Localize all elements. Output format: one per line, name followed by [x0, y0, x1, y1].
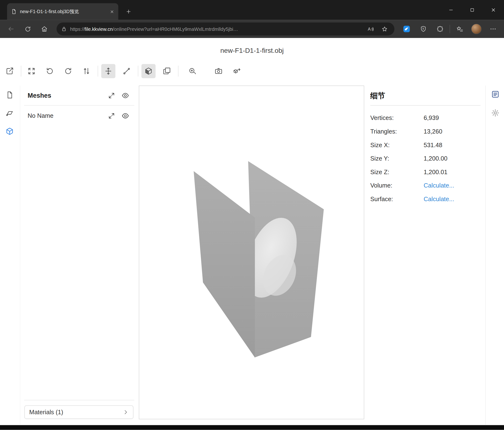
file-info-tab[interactable]	[3, 88, 17, 102]
details-rows: Vertices: 6,939 Triangles: 13,260 Size X…	[370, 106, 481, 206]
settings-gear-icon	[491, 109, 499, 117]
calculate-surface-link[interactable]: Calculate...	[423, 196, 480, 203]
rotate-right-button[interactable]	[61, 64, 75, 78]
address-bar[interactable]: https://file.kkview.cn/onlinePreview?url…	[57, 22, 395, 35]
url-text: https://file.kkview.cn/onlinePreview?url…	[70, 26, 362, 32]
back-icon	[7, 25, 15, 32]
details-label: Vertices:	[370, 115, 424, 122]
details-value: 6,939	[423, 115, 480, 122]
expand-icon	[108, 92, 115, 99]
details-row: Size Z: 1,200.01	[370, 165, 481, 179]
minimize-button[interactable]	[440, 0, 461, 20]
measure-line-icon	[122, 67, 131, 75]
export-model-icon	[233, 67, 241, 75]
viewer-settings-button[interactable]	[490, 108, 500, 118]
render-solid-icon	[144, 67, 153, 75]
preview-page: new-F1-D1-1-first.obj	[0, 38, 504, 425]
favorites-bar-button[interactable]	[452, 22, 467, 35]
back-button[interactable]	[4, 22, 18, 35]
maximize-button[interactable]	[461, 0, 483, 20]
details-panel: 细节 Vertices: 6,939 Triangles: 13,260 Siz…	[370, 85, 481, 206]
maximize-icon	[469, 7, 475, 13]
move-tool-button[interactable]	[101, 64, 115, 78]
details-value: 1,200.00	[423, 155, 480, 162]
screenshot-button[interactable]	[211, 64, 225, 78]
favorite-star-icon	[381, 26, 388, 32]
details-list-icon	[491, 90, 499, 98]
shield-extension-button[interactable]	[416, 22, 430, 35]
details-row: Size Y: 1,200.00	[370, 152, 481, 166]
duplicate-view-button[interactable]	[160, 64, 174, 78]
close-button[interactable]	[483, 0, 504, 20]
url-host: file.kkview.cn	[84, 26, 113, 32]
avatar	[471, 24, 482, 34]
panel-divider	[24, 400, 134, 400]
3d-viewport[interactable]	[139, 85, 364, 419]
duplicate-view-icon	[163, 67, 171, 75]
mesh-list-item[interactable]: No Name	[20, 109, 138, 123]
model-plane-left	[194, 171, 255, 357]
measure-line-button[interactable]	[120, 64, 134, 78]
3d-model-render	[139, 86, 364, 419]
details-value: 13,260	[423, 128, 480, 135]
home-icon	[41, 25, 48, 32]
eye-icon	[121, 112, 129, 120]
refresh-icon	[24, 26, 31, 32]
flip-vertical-button[interactable]	[80, 64, 94, 78]
settings-more-button[interactable]	[486, 22, 500, 35]
extensions-button[interactable]	[433, 22, 447, 35]
details-panel-toggle[interactable]	[490, 89, 500, 99]
export-model-button[interactable]	[230, 64, 244, 78]
browser-tab[interactable]: new-F1-D1-1-first.obj3D预览	[7, 3, 118, 20]
meshes-header-row: Meshes	[20, 88, 138, 103]
favorite-button[interactable]	[379, 23, 390, 34]
details-label: Triangles:	[370, 128, 424, 135]
mesh-zoom-button[interactable]	[108, 112, 115, 120]
details-row: Vertices: 6,939	[370, 111, 481, 125]
profile-button[interactable]	[469, 22, 484, 35]
read-aloud-button[interactable]	[365, 23, 376, 34]
page-title: new-F1-D1-1-first.obj	[0, 38, 504, 55]
measure-tape-icon	[188, 67, 197, 75]
meshes-visibility-button[interactable]	[121, 92, 129, 99]
details-value: 531.48	[423, 142, 480, 149]
open-file-icon	[6, 67, 14, 75]
viewer-toolbar	[0, 63, 504, 79]
details-label: Size Z:	[370, 169, 424, 176]
new-tab-button[interactable]	[123, 6, 134, 17]
meshes-zoom-button[interactable]	[108, 92, 115, 99]
home-button[interactable]	[37, 22, 51, 35]
refresh-button[interactable]	[20, 22, 35, 35]
materials-icon	[6, 109, 14, 118]
panel-divider	[24, 105, 134, 105]
mesh-visibility-button[interactable]	[121, 112, 129, 120]
tab-close-icon[interactable]	[109, 9, 114, 14]
details-label: Surface:	[370, 196, 424, 203]
model-3d-tab[interactable]	[3, 124, 17, 138]
toolbar-separator	[138, 66, 138, 77]
browser-window: new-F1-D1-1-first.obj3D预览 https://file.k…	[0, 0, 504, 430]
puzzle-extensions-icon	[436, 25, 444, 32]
details-header: 细节	[370, 85, 481, 101]
rotate-left-button[interactable]	[43, 64, 57, 78]
viewer-main: Meshes No Name Materials (1)	[0, 85, 504, 425]
details-row: Volume: Calculate...	[370, 179, 481, 193]
render-solid-button[interactable]	[142, 64, 156, 78]
blue-extension-button[interactable]	[399, 22, 414, 35]
materials-section: Materials (1)	[20, 397, 138, 419]
materials-tab[interactable]	[3, 106, 17, 120]
tab-title: new-F1-D1-1-first.obj3D预览	[20, 9, 107, 15]
window-bottom-edge	[0, 425, 504, 430]
calculate-volume-link[interactable]: Calculate...	[423, 182, 480, 189]
toolbar-separator	[21, 66, 21, 77]
materials-button[interactable]: Materials (1)	[24, 405, 133, 419]
minimize-icon	[448, 7, 454, 13]
measure-tape-button[interactable]	[185, 64, 199, 78]
toolbar-separator	[98, 66, 98, 77]
rotate-right-icon	[64, 67, 72, 75]
open-file-button[interactable]	[3, 64, 17, 78]
blue-extension-icon	[403, 25, 410, 33]
flip-vertical-icon	[82, 67, 91, 75]
toolbar-separator	[178, 66, 178, 77]
fit-view-button[interactable]	[24, 64, 38, 78]
